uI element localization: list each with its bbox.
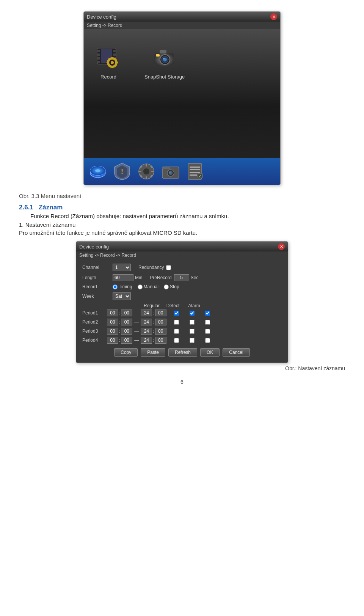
period3-start-m[interactable] <box>121 328 132 335</box>
svg-rect-2 <box>97 53 100 56</box>
dialog-1-body: Record <box>84 29 280 158</box>
dialog-1-breadcrumb: Setting -> Record <box>84 22 280 29</box>
period3-regular[interactable] <box>174 329 179 334</box>
period4-alarm[interactable] <box>205 338 210 343</box>
svg-rect-5 <box>113 50 116 52</box>
dialog-2-titlebar: Device config ✕ <box>76 242 288 251</box>
radio-stop[interactable]: Stop <box>164 284 179 289</box>
col-detect: Detect <box>162 303 184 308</box>
radio-manual[interactable]: Manual <box>138 284 158 289</box>
dialog-1: Device config ✕ Setting -> Record <box>83 11 281 185</box>
period3-start-h[interactable] <box>107 328 118 335</box>
col-regular: Regular <box>141 303 162 308</box>
section-body: Funkce Record (Záznam) obsahuje: nastave… <box>30 213 345 219</box>
svg-rect-36 <box>146 163 147 167</box>
svg-point-48 <box>169 171 171 173</box>
caption-1: Obr. 3.3 Menu nastavení <box>19 193 345 199</box>
period1-regular[interactable] <box>174 311 179 316</box>
dialog-1-toolbar: ! <box>84 158 280 185</box>
svg-rect-1 <box>97 50 100 52</box>
svg-rect-4 <box>97 61 100 63</box>
period1-checkboxes <box>174 311 210 316</box>
period2-end-m[interactable] <box>155 319 166 325</box>
week-select[interactable]: Sat Sun Mon Tue Wed Thu Fri <box>113 292 131 300</box>
ok-button[interactable]: OK <box>200 348 220 357</box>
period1-alarm[interactable] <box>205 311 210 316</box>
svg-rect-6 <box>113 53 116 56</box>
dialog-1-titlebar: Device config ✕ <box>84 12 280 22</box>
length-unit: Min <box>135 275 142 280</box>
period3-end-h[interactable] <box>141 328 152 335</box>
record-icon-item[interactable]: Record <box>95 44 122 80</box>
period2-start-m[interactable] <box>121 319 132 325</box>
period1-time: : — : <box>107 310 166 316</box>
section-sub2: Pro umožnění této funkce je nutné správn… <box>19 229 345 236</box>
svg-point-26 <box>163 58 165 59</box>
svg-rect-51 <box>190 169 200 170</box>
copy-button[interactable]: Copy <box>114 348 138 357</box>
period-col-headers: Regular Detect Alarm <box>141 303 282 308</box>
period3-alarm[interactable] <box>205 329 210 334</box>
period1-end-h[interactable] <box>141 310 152 316</box>
svg-rect-53 <box>190 174 197 176</box>
period3-detect[interactable] <box>190 329 195 334</box>
bottom-caption: Obr.: Nastavení záznamu <box>15 365 345 371</box>
period4-detect[interactable] <box>190 338 195 343</box>
period4-start-h[interactable] <box>107 337 118 344</box>
svg-rect-50 <box>190 167 200 168</box>
period4-regular[interactable] <box>174 338 179 343</box>
period4-start-m[interactable] <box>121 337 132 344</box>
section-number: 2.6.1 <box>19 204 33 211</box>
period1-start-m[interactable] <box>121 310 132 316</box>
paste-button[interactable]: Paste <box>141 348 165 357</box>
snapshot-icon-item[interactable]: SnapShot Storage <box>144 44 185 80</box>
period4-label: Period4 <box>82 338 107 343</box>
period4-end-m[interactable] <box>155 337 166 344</box>
svg-rect-3 <box>97 57 100 60</box>
page-number: 6 <box>15 379 349 385</box>
snapshot-label: SnapShot Storage <box>144 74 185 80</box>
cancel-button[interactable]: Cancel <box>223 348 249 357</box>
dialog-2-breadcrumb: Setting -> Record -> Record <box>76 251 288 259</box>
prerecord-input[interactable] <box>174 274 189 281</box>
period2-label: Period2 <box>82 319 107 325</box>
period2-regular[interactable] <box>174 320 179 325</box>
prerecord-unit: Sec <box>191 275 199 280</box>
period1-detect[interactable] <box>190 311 195 316</box>
period2-row: Period2 : — : <box>82 319 282 325</box>
period3-end-m[interactable] <box>155 328 166 335</box>
period2-end-h[interactable] <box>141 319 152 325</box>
channel-select[interactable]: 1 <box>113 264 131 271</box>
period1-end-m[interactable] <box>155 310 166 316</box>
svg-point-12 <box>111 61 114 64</box>
svg-rect-27 <box>160 50 166 53</box>
dialog-1-close-button[interactable]: ✕ <box>270 13 277 20</box>
snapshot-icon-svg <box>151 44 178 71</box>
dialog-2-close-button[interactable]: ✕ <box>278 243 285 250</box>
svg-text:!: ! <box>121 168 123 175</box>
icon-grid: Record <box>95 44 269 80</box>
period4-end-h[interactable] <box>141 337 152 344</box>
refresh-button[interactable]: Refresh <box>168 348 197 357</box>
period2-start-h[interactable] <box>107 319 118 325</box>
toolbar-gear-icon[interactable] <box>136 161 157 182</box>
toolbar-camera-folder-icon[interactable] <box>160 161 181 182</box>
svg-rect-14 <box>111 66 113 68</box>
redundancy-label: Redundancy <box>138 265 164 270</box>
channel-label: Channel <box>82 265 113 270</box>
length-input[interactable] <box>113 274 133 281</box>
toolbar-hdd-icon[interactable] <box>88 161 108 182</box>
period4-row: Period4 : — : <box>82 337 282 344</box>
svg-rect-38 <box>138 171 141 172</box>
redundancy-checkbox[interactable] <box>166 265 171 270</box>
dialog-2-title: Device config <box>79 244 109 250</box>
svg-point-35 <box>143 168 149 174</box>
svg-point-47 <box>169 171 173 175</box>
period2-detect[interactable] <box>190 320 195 325</box>
radio-timing[interactable]: Timing <box>113 284 132 289</box>
period2-alarm[interactable] <box>205 320 210 325</box>
toolbar-checklist-icon[interactable]: ✓ <box>185 161 205 182</box>
period1-start-h[interactable] <box>107 310 118 316</box>
channel-row: Channel 1 Redundancy <box>82 264 282 271</box>
toolbar-shield-icon[interactable]: ! <box>112 161 132 182</box>
